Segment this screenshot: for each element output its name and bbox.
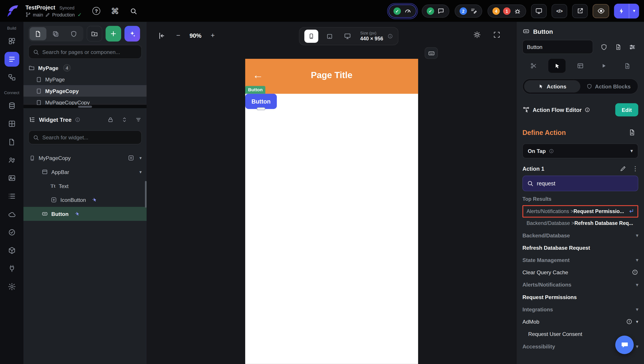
animations-tab[interactable] <box>595 59 612 73</box>
actions-subtab[interactable]: Actions <box>524 80 580 93</box>
search-result[interactable]: Backend/Database > Refresh Database Req.… <box>522 218 638 229</box>
page-row[interactable]: MyPage <box>24 74 146 85</box>
run-button[interactable]: ▾ <box>614 4 639 18</box>
analytics-status-pill[interactable]: ✓ <box>388 5 416 18</box>
rename-action-button[interactable] <box>620 165 626 172</box>
lock-widgets-button[interactable] <box>107 116 114 123</box>
result-item[interactable]: Request Permissions <box>522 291 638 303</box>
search-result-selected[interactable]: Alerts/Notifications > Request Permissio… <box>522 205 638 218</box>
panel-splitter[interactable] <box>24 105 146 108</box>
add-page-button[interactable] <box>106 26 121 42</box>
page-row-selected[interactable]: MyPageCopy <box>24 85 146 97</box>
tree-options-button[interactable] <box>135 116 142 123</box>
action-search-input[interactable] <box>537 180 634 187</box>
developer-menu-button[interactable]: </> <box>552 4 567 18</box>
zoom-in-button[interactable]: + <box>207 30 219 42</box>
issues-status-pill[interactable]: 4 1 <box>488 5 526 18</box>
search-button[interactable] <box>130 7 137 15</box>
scrollbar[interactable] <box>145 181 146 208</box>
phone-device-button[interactable] <box>304 30 318 43</box>
files-button[interactable] <box>4 134 19 149</box>
trigger-select[interactable]: On Tap ▾ <box>522 143 638 158</box>
widget-palette-button[interactable] <box>4 34 19 49</box>
result-item[interactable]: Clear Query Cache <box>522 266 638 278</box>
tree-row-appbar[interactable]: AppBar ▾ <box>24 165 146 179</box>
tree-row-iconbutton[interactable]: IconButton <box>24 193 146 207</box>
cloud-functions-button[interactable] <box>4 207 19 222</box>
collapse-panel-button[interactable] <box>155 29 168 42</box>
device-preview-button[interactable] <box>531 4 547 18</box>
widget-search-input[interactable] <box>42 134 137 140</box>
result-section[interactable]: State Management▾ <box>522 254 638 266</box>
result-item[interactable]: Refresh Database Request <box>522 241 638 254</box>
guarded-pages-tab-button[interactable] <box>65 27 82 40</box>
properties-tab[interactable] <box>525 59 542 73</box>
run-options-caret-icon[interactable]: ▾ <box>629 8 639 13</box>
widget-name-input[interactable] <box>522 40 593 54</box>
tests-button[interactable] <box>4 225 19 240</box>
canvas-theme-button[interactable] <box>473 31 481 39</box>
widget-search-field[interactable] <box>28 130 142 144</box>
documentation-tab[interactable] <box>618 59 636 73</box>
chevron-down-icon[interactable]: ▾ <box>139 169 142 174</box>
environment-name[interactable]: Production <box>52 12 75 17</box>
add-folder-button[interactable] <box>86 26 102 42</box>
chat-support-button[interactable] <box>615 335 634 354</box>
todos-status-pill[interactable]: 2 <box>455 5 482 18</box>
action-blocks-subtab[interactable]: Action Blocks <box>580 80 636 93</box>
result-section[interactable]: Integrations▾ <box>522 303 638 315</box>
branch-name[interactable]: main <box>33 12 43 17</box>
zoom-level[interactable]: 90% <box>184 33 207 39</box>
page-row[interactable]: MyPageCopyCopy <box>24 97 146 105</box>
folder-row[interactable]: MyPage 4 <box>24 62 146 74</box>
settings-button[interactable] <box>4 279 19 294</box>
custom-code-button[interactable] <box>4 261 19 276</box>
tree-row-text[interactable]: Tt Text <box>24 179 146 193</box>
tree-row-page[interactable]: MyPageCopy ▾ <box>24 151 146 165</box>
result-section[interactable]: Alerts/Notifications▾ <box>522 278 638 291</box>
command-palette-button[interactable]: ⌘ <box>111 7 119 15</box>
theme-settings-button[interactable] <box>598 41 610 53</box>
project-name[interactable]: TestProject <box>26 5 55 11</box>
tablet-device-button[interactable] <box>322 30 336 43</box>
database-button[interactable] <box>4 98 19 113</box>
page-title-text[interactable]: Page Title <box>245 70 418 81</box>
add-action-button[interactable] <box>626 126 638 138</box>
comments-status-pill[interactable]: ✓ <box>422 5 450 18</box>
expand-collapse-button[interactable] <box>121 116 128 123</box>
app-bar-widget[interactable]: ← Page Title <box>245 59 418 94</box>
components-tab-button[interactable] <box>47 27 64 40</box>
team-button[interactable] <box>4 152 19 167</box>
chevron-down-icon[interactable]: ▾ <box>139 155 142 161</box>
flutterflow-logo[interactable] <box>5 3 20 19</box>
open-app-button[interactable] <box>572 4 588 18</box>
page-selector-button[interactable] <box>4 52 19 67</box>
splitter-handle[interactable] <box>78 106 92 107</box>
result-item[interactable]: AdMob▾ <box>522 315 638 328</box>
pages-tab-button[interactable] <box>30 27 46 40</box>
add-widget-button[interactable] <box>128 155 134 161</box>
storyboard-button[interactable] <box>4 70 19 85</box>
widget-settings-button[interactable] <box>626 41 638 53</box>
data-tab[interactable] <box>572 59 589 73</box>
widget-drag-handle[interactable] <box>256 107 265 110</box>
preview-mode-button[interactable] <box>593 4 609 18</box>
app-values-button[interactable] <box>4 189 19 203</box>
edit-action-flow-button[interactable]: Edit <box>615 103 638 116</box>
keyboard-shortcuts-button[interactable] <box>425 47 438 59</box>
help-button[interactable]: ? <box>92 7 100 15</box>
action-search-field[interactable] <box>522 175 638 191</box>
actions-tab[interactable] <box>548 59 566 73</box>
media-assets-button[interactable] <box>4 171 19 186</box>
action-menu-button[interactable]: ⋮ <box>632 165 638 172</box>
pages-search-input[interactable] <box>42 49 137 55</box>
canvas-settings-button[interactable] <box>493 31 501 39</box>
pages-search-field[interactable] <box>28 45 142 59</box>
copy-widget-button[interactable] <box>612 41 624 53</box>
ai-page-generator-button[interactable] <box>124 26 140 42</box>
result-section[interactable]: Backend/Database▾ <box>522 229 638 241</box>
desktop-device-button[interactable] <box>340 30 354 43</box>
button-widget[interactable]: Button <box>245 94 277 109</box>
packages-button[interactable] <box>4 243 19 258</box>
zoom-out-button[interactable]: − <box>172 30 184 42</box>
